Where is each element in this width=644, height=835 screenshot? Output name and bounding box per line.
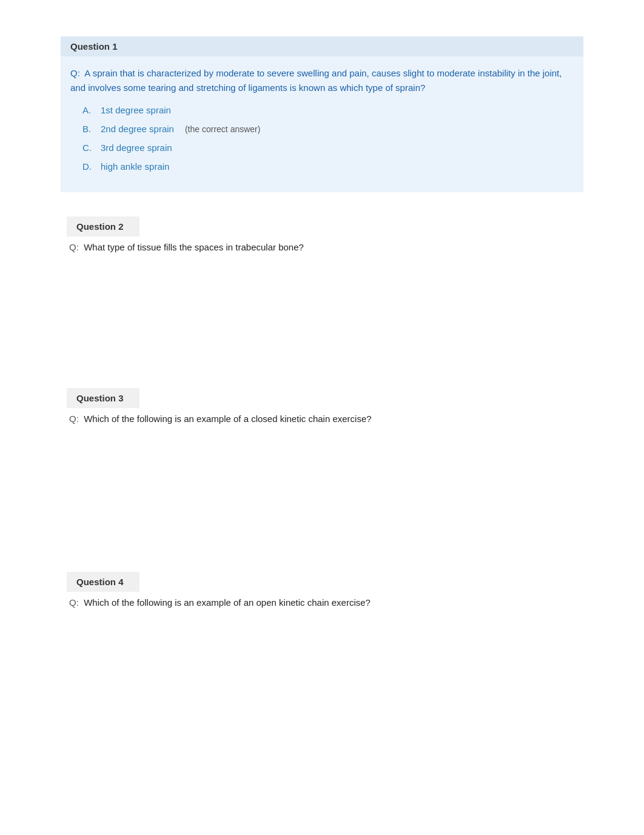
question-1-content: A sprain that is characterized by modera… [70, 68, 562, 93]
question-2-content: What type of tissue fills the spaces in … [84, 242, 304, 252]
question-4-header: Question 4 [67, 572, 139, 592]
option-1-a-label: A. [82, 105, 95, 115]
question-4-content: Which of the following is an example of … [84, 597, 371, 608]
question-3-text: Q: Which of the following is an example … [67, 412, 577, 426]
q-prefix: Q: [70, 68, 80, 78]
question-3-header: Question 3 [67, 388, 139, 408]
question-4-text: Q: Which of the following is an example … [67, 595, 577, 610]
option-1-d: D. high ankle sprain [82, 161, 574, 172]
spacer-3 [61, 451, 583, 572]
option-1-b: B. 2nd degree sprain (the correct answer… [82, 124, 574, 134]
option-1-c-text: 3rd degree sprain [101, 143, 172, 153]
question-1-body: Q: A sprain that is characterized by mod… [61, 56, 583, 192]
option-1-b-text: 2nd degree sprain [101, 124, 174, 134]
question-1-options: A. 1st degree sprain B. 2nd degree sprai… [70, 105, 574, 172]
option-1-d-label: D. [82, 161, 95, 172]
spacer-2 [61, 279, 583, 388]
option-1-d-text: high ankle sprain [101, 161, 169, 172]
question-2-header: Question 2 [67, 216, 139, 236]
question-1-text: Q: A sprain that is characterized by mod… [70, 66, 574, 95]
question-block-3: Question 3 Q: Which of the following is … [61, 388, 583, 426]
question-3-content: Which of the following is an example of … [84, 414, 371, 424]
question-2-text: Q: What type of tissue fills the spaces … [67, 240, 577, 255]
question-1-header: Question 1 [61, 36, 583, 56]
option-1-c-label: C. [82, 143, 95, 153]
option-1-c: C. 3rd degree sprain [82, 143, 574, 153]
question-block-4: Question 4 Q: Which of the following is … [61, 572, 583, 610]
q-prefix-2: Q: [69, 242, 79, 252]
option-1-a-text: 1st degree sprain [101, 105, 171, 115]
correct-note: (the correct answer) [185, 124, 260, 134]
option-1-b-label: B. [82, 124, 95, 134]
question-block-2: Question 2 Q: What type of tissue fills … [61, 216, 583, 255]
question-block-1: Question 1 Q: A sprain that is character… [61, 36, 583, 192]
q-prefix-3: Q: [69, 414, 79, 424]
q-prefix-4: Q: [69, 597, 79, 608]
option-1-a: A. 1st degree sprain [82, 105, 574, 115]
